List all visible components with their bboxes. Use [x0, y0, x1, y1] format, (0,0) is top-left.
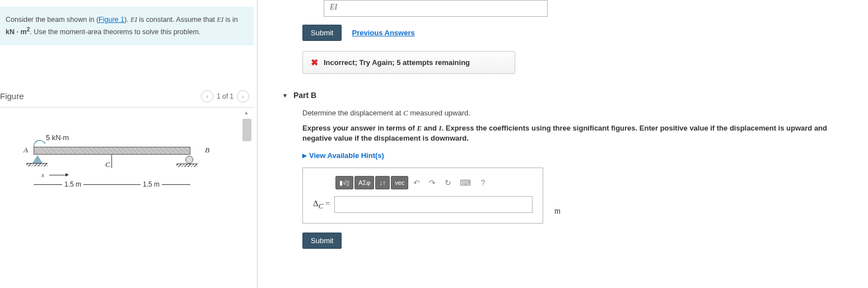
pin-support-icon — [32, 155, 43, 163]
x-arrow-icon — [66, 173, 69, 176]
keyboard-button[interactable]: ⌨ — [456, 176, 474, 189]
subscript-button[interactable]: ↓↑ — [375, 176, 390, 189]
figure-nav-text: 1 of 1 — [217, 92, 234, 100]
reset-button[interactable]: ↻ — [441, 176, 455, 189]
moment-label: 5 kN·m — [46, 133, 69, 142]
problem-text3: is constant. Assume that — [137, 16, 217, 24]
x-axis-label: x — [41, 171, 44, 178]
help-button[interactable]: ? — [475, 176, 490, 189]
problem-text: Consider the beam shown in ( — [6, 16, 99, 24]
view-hints-link[interactable]: ▶ View Available Hint(s) — [302, 151, 857, 160]
scroll-up-icon[interactable]: ▲ — [242, 110, 250, 118]
part-b-title: Part B — [293, 91, 316, 100]
previous-answer-display: EI — [324, 0, 548, 17]
ground-hatch-right — [176, 164, 198, 167]
question-text: Determine the displacement at C measured… — [302, 109, 857, 118]
equation-toolbar: ▮√▯ ΑΣφ ↓↑ vec ↶ ↷ ↻ ⌨ ? — [335, 176, 533, 189]
submit-b-button[interactable]: Submit — [302, 233, 342, 249]
ei-var: EI — [217, 16, 223, 24]
figure-next-button[interactable]: › — [237, 90, 249, 103]
problem-statement: Consider the beam shown in (Figure 1). E… — [0, 7, 254, 45]
greek-button[interactable]: ΑΣφ — [354, 176, 374, 189]
beam-diagram: 5 kN·m A B C x 1.5 m 1.5 m — [34, 147, 202, 155]
answer-frame: ▮√▯ ΑΣφ ↓↑ vec ↶ ↷ ↻ ⌨ ? ΔC = — [302, 168, 543, 224]
previous-answers-link[interactable]: Previous Answers — [352, 29, 414, 37]
caret-down-icon: ▼ — [282, 92, 288, 99]
unit-label: m — [554, 207, 561, 216]
figure-body: ▲ 5 kN·m A B C x 1.5 m 1.5 m — [0, 107, 254, 253]
undo-button[interactable]: ↶ — [409, 176, 424, 189]
figure-prev-button[interactable]: ‹ — [201, 90, 213, 103]
problem-text4: is in — [223, 16, 238, 24]
problem-text5: . Use the moment-area theorems to solve … — [30, 28, 200, 36]
templates-button[interactable]: ▮√▯ — [335, 176, 353, 189]
redo-button[interactable]: ↷ — [425, 176, 440, 189]
ei-constant: EI — [130, 16, 137, 24]
dimension-2: 1.5 m — [112, 180, 190, 188]
problem-text2: ). — [124, 16, 130, 24]
roller-support-icon — [185, 156, 193, 164]
ground-hatch-left — [26, 163, 48, 166]
answer-variable-label: ΔC = — [313, 199, 330, 211]
figure-link[interactable]: Figure 1 — [99, 16, 124, 24]
feedback-text: Incorrect; Try Again; 5 attempts remaini… — [324, 58, 470, 67]
point-a-label: A — [24, 146, 28, 155]
part-b-header[interactable]: ▼ Part B — [282, 91, 857, 100]
submit-a-button[interactable]: Submit — [302, 25, 342, 41]
point-c-label: C — [105, 160, 110, 169]
scroll-thumb[interactable] — [242, 119, 251, 141]
dimension-1: 1.5 m — [34, 180, 112, 188]
answer-input[interactable] — [334, 196, 533, 213]
answer-instructions: Express your answer in terms of E and I.… — [302, 123, 857, 143]
figure-title: Figure — [0, 91, 24, 101]
point-b-label: B — [205, 146, 209, 155]
point-c-tick — [111, 155, 112, 168]
incorrect-icon: ✖ — [311, 57, 318, 68]
units-bold: kN · m2 — [6, 28, 30, 36]
caret-right-icon: ▶ — [302, 152, 307, 159]
vector-button[interactable]: vec — [391, 176, 408, 189]
beam-body — [34, 147, 190, 155]
feedback-box: ✖ Incorrect; Try Again; 5 attempts remai… — [302, 51, 515, 74]
